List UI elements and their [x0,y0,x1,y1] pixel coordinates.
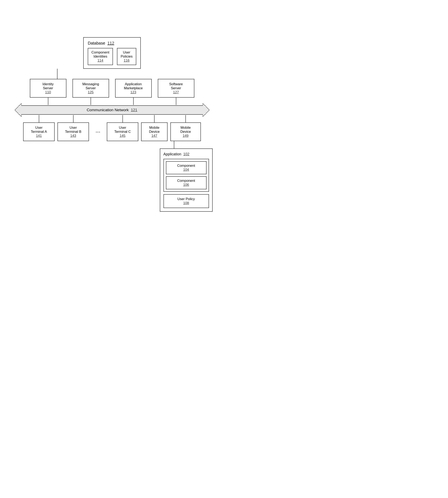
user-terminal-b-box: UserTerminal B 143 [57,122,89,141]
application-box: Application 102 Component 104 Component … [160,148,213,212]
component-106-box: Component 106 [166,176,207,189]
user-policy-ref: 108 [183,201,189,205]
database-box: Database 112 ComponentIdentities 114 Use… [83,37,141,69]
identity-server-label: IdentityServer [33,82,64,90]
messaging-server-box: MessagingServer 125 [73,79,109,98]
mobile-device-a-box: MobileDevice 147 [141,122,168,141]
component-identities-ref: 114 [97,59,103,62]
application-marketplace-box: ApplicationMarketplace 123 [115,79,152,98]
user-terminal-c-ref: 145 [120,134,125,138]
user-terminal-c-label: UserTerminal C [110,126,135,134]
messaging-server-label: MessagingServer [75,82,106,90]
ellipsis: ··· [92,122,104,141]
user-terminal-a-ref: 141 [36,134,42,138]
software-server-box: SoftwareServer 127 [158,79,194,98]
application-title: Application 102 [163,152,209,156]
diagram: Database 112 ComponentIdentities 114 Use… [5,29,219,220]
mobile-device-a-ref: 147 [151,134,157,138]
identity-server-box: IdentityServer 110 [30,79,66,98]
component-identities-box: ComponentIdentities 114 [88,48,113,65]
component-106-label: Component [172,179,200,183]
mobile-device-b-label: MobileDevice [173,126,198,134]
user-terminal-a-box: UserTerminal A 141 [23,122,55,141]
user-terminal-b-label: UserTerminal B [60,126,86,134]
application-ref: 102 [183,152,190,156]
software-server-label: SoftwareServer [161,82,192,90]
component-106-ref: 106 [183,183,189,187]
user-policy-box: User Policy 108 [163,194,209,208]
mobile-device-a-label: MobileDevice [144,126,165,134]
mobile-device-b-box: MobileDevice 149 [170,122,201,141]
application-marketplace-label: ApplicationMarketplace [118,82,149,90]
network-label: Communication Network 121 [87,108,137,112]
user-policies-box: UserPolicies 116 [117,48,136,65]
network-ref: 121 [131,108,137,112]
component-104-label: Component [172,164,200,168]
component-104-box: Component 104 [166,161,207,174]
application-marketplace-ref: 123 [130,90,136,94]
user-policy-label: User Policy [168,197,205,201]
messaging-server-ref: 125 [88,90,94,94]
mobile-device-b-ref: 149 [183,134,189,138]
component-identities-label: ComponentIdentities [91,51,109,59]
user-terminal-c-box: UserTerminal C 145 [107,122,138,141]
database-title: Database 112 [88,41,136,46]
user-policies-ref: 116 [124,59,129,62]
component-104-ref: 104 [183,168,189,172]
user-terminal-b-ref: 143 [70,134,76,138]
user-policies-label: UserPolicies [121,51,133,59]
user-terminal-a-label: UserTerminal A [26,126,52,134]
identity-server-ref: 110 [45,90,51,94]
database-ref: 112 [107,41,114,45]
software-server-ref: 127 [173,90,179,94]
